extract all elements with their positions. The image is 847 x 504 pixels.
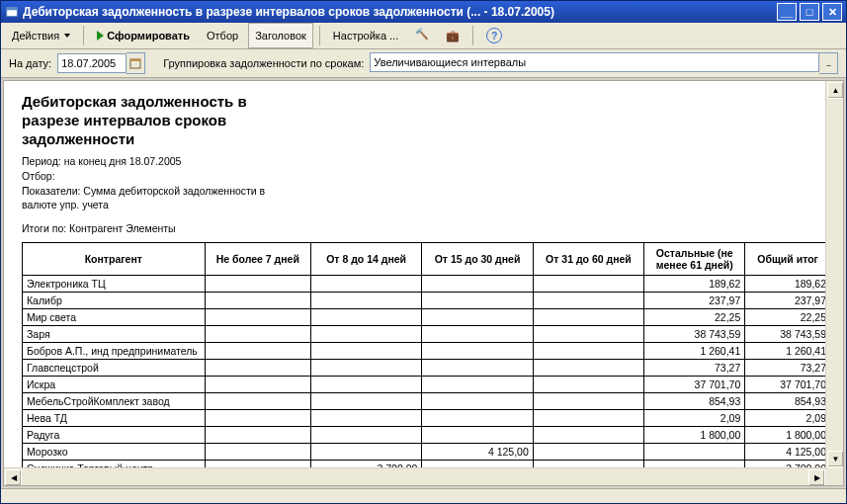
col-period1: Не более 7 дней [205,243,310,276]
cell-v3 [422,360,533,377]
cell-name: Бобров А.П., инд предприниматель [23,343,206,360]
scrollbar-corner [826,468,843,485]
actions-menu[interactable]: Действия [5,23,77,48]
cell-v3 [422,427,533,444]
cell-v4 [533,360,643,377]
report-area: Дебиторская задолженность в разрезе инте… [3,80,844,486]
form-button[interactable]: Сформировать [90,23,197,48]
cell-v2 [310,293,421,309]
calendar-button[interactable] [127,52,145,74]
cell-v2 [310,326,421,343]
help-icon: ? [486,28,502,43]
cell-v5: 2,09 [644,410,745,427]
report-meta: Период: на конец дня 18.07.2005 Отбор: П… [22,154,831,212]
table-row: Бобров А.П., инд предприниматель 1 260,4… [23,343,831,360]
report-title: Дебиторская задолженность в разрезе инте… [22,93,831,148]
cell-v1 [205,326,310,343]
cell-v2 [310,360,421,377]
col-total: Общий итог [745,243,831,276]
cell-v1 [205,444,310,461]
cell-v4 [533,326,643,343]
maximize-button[interactable]: □ [800,3,819,21]
filter-button[interactable]: Отбор [200,23,245,48]
toolbar: Действия Сформировать Отбор Заголовок На… [1,23,846,49]
scroll-right-button[interactable]: ▶ [808,469,825,486]
cell-v1 [205,343,310,360]
col-period3: От 15 до 30 дней [422,243,533,276]
cell-v1 [205,410,310,427]
cell-v2 [310,427,421,444]
cell-name: Заря [23,326,206,343]
settings-button[interactable]: Настройка ... [326,23,405,48]
table-row: МебельСтройКомплект завод 854,93 854,93 [23,393,831,410]
cell-v5: 22,25 [644,309,745,326]
close-button[interactable]: ✕ [822,3,842,21]
tool2-button[interactable] [439,23,466,48]
scroll-left-button[interactable]: ◀ [5,469,22,486]
data-table: Контрагент Не более 7 дней От 8 до 14 дн… [22,242,831,486]
cell-v5: 37 701,70 [644,377,745,393]
cell-v1 [205,427,310,444]
svg-rect-1 [7,8,18,11]
cell-v6: 854,93 [745,393,831,410]
cell-v6: 237,97 [745,293,831,309]
table-row: Морозко 4 125,00 4 125,00 [23,444,831,461]
cell-v5: 237,97 [644,293,745,309]
table-row: Калибр 237,97 237,97 [23,293,831,309]
cell-name: Электроника ТЦ [23,276,206,293]
cell-v5: 1 260,41 [644,343,745,360]
cell-v6: 22,25 [745,309,831,326]
scroll-down-button[interactable]: ▼ [827,451,844,467]
horizontal-scrollbar[interactable]: ◀ ▶ [4,467,826,485]
cell-v4 [533,444,643,461]
cell-v4 [533,427,643,444]
suitcase-icon [446,30,460,42]
cell-v2 [310,276,421,293]
cell-v4 [533,309,643,326]
cell-v1 [205,309,310,326]
cell-v3 [422,326,533,343]
header-button[interactable]: Заголовок [248,23,313,48]
cell-v3 [422,276,533,293]
cell-v3 [422,377,533,393]
cell-v2 [310,377,421,393]
cell-v1 [205,293,310,309]
table-row: Радуга 1 800,00 1 800,00 [23,427,831,444]
cell-v4 [533,393,643,410]
cell-v6: 2,09 [745,410,831,427]
cell-v6: 1 800,00 [745,427,831,444]
cell-v3 [422,293,533,309]
cell-v5 [644,444,745,461]
cell-v3 [422,393,533,410]
cell-v2 [310,410,421,427]
tool1-button[interactable] [408,23,436,48]
cell-v1 [205,377,310,393]
choose-button[interactable]: ... [819,52,838,74]
grouping-input[interactable] [370,52,819,72]
cell-v3 [422,309,533,326]
cell-v5: 189,62 [644,276,745,293]
table-row: Искра 37 701,70 37 701,70 [23,377,831,393]
cell-name: Мир света [23,309,206,326]
cell-name: Нева ТД [23,410,206,427]
cell-v1 [205,360,310,377]
cell-v4 [533,276,643,293]
cell-name: Морозко [23,444,206,461]
cell-name: Главспецстрой [23,360,206,377]
table-row: Электроника ТЦ 189,62 189,62 [23,276,831,293]
cell-v4 [533,293,643,309]
calendar-icon [129,57,141,69]
cell-name: Калибр [23,293,206,309]
group-label: Группировка задолженности по срокам: [163,57,364,69]
play-icon [97,31,104,41]
cell-v6: 1 260,41 [745,343,831,360]
minimize-button[interactable]: __ [777,3,797,21]
vertical-scrollbar[interactable]: ▲ ▼ [825,81,843,468]
col-period5: Остальные (не менее 61 дней) [644,243,745,276]
titlebar: Дебиторская задолженность в разрезе инте… [1,1,846,23]
date-input[interactable] [57,53,127,73]
cell-v2 [310,393,421,410]
scroll-up-button[interactable]: ▲ [827,82,844,99]
help-button[interactable]: ? [479,23,509,48]
table-row: Нева ТД 2,09 2,09 [23,410,831,427]
